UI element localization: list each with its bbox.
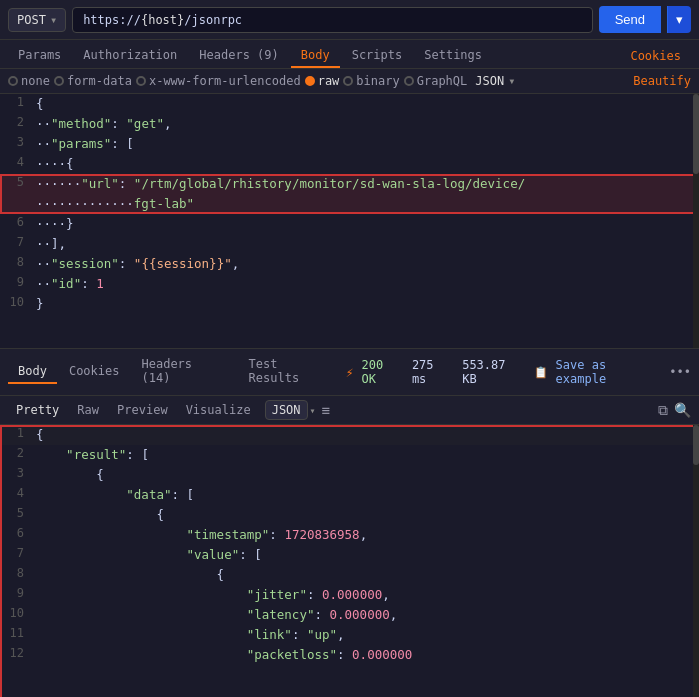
url-bar[interactable]: https://{host}/jsonrpc [72, 7, 592, 33]
resp-line-12: 12 "packetloss": 0.000000 [0, 645, 699, 665]
fmt-json-select[interactable]: JSON ▾ [265, 400, 316, 420]
url-suffix: /jsonrpc [184, 13, 242, 27]
resp-scrollbar[interactable] [693, 425, 699, 697]
fmt-tab-pretty[interactable]: Pretty [8, 400, 67, 420]
status-ok: 200 OK [362, 358, 404, 386]
fmt-tab-preview[interactable]: Preview [109, 400, 176, 420]
cookies-link[interactable]: Cookies [620, 45, 691, 67]
resp-linenum-10: 10 [0, 605, 32, 620]
beautify-button[interactable]: Beautify [633, 74, 691, 88]
filter-icon[interactable]: ≡ [322, 402, 330, 418]
resp-linecontent-1: { [32, 425, 699, 445]
copy-icon[interactable]: ⧉ [658, 402, 668, 419]
more-options-icon[interactable]: ••• [669, 365, 691, 379]
body-formdata-label: form-data [67, 74, 132, 88]
method-chevron-icon: ▾ [50, 13, 57, 27]
req-linenum-9: 9 [0, 274, 32, 289]
body-raw-label: raw [318, 74, 340, 88]
req-linecontent-9: ··"id": 1 [32, 274, 699, 294]
req-linecontent-8: ··"session": "{{session}}", [32, 254, 699, 274]
method-select[interactable]: POST ▾ [8, 8, 66, 32]
body-urlencoded-label: x-www-form-urlencoded [149, 74, 301, 88]
resp-linecontent-4: "data": [ [32, 485, 699, 505]
resp-line-5: 5 { [0, 505, 699, 525]
req-linenum-5: 5 [0, 174, 32, 194]
resp-scrollbar-thumb[interactable] [693, 425, 699, 465]
wifi-icon: ⚡ [346, 365, 354, 380]
save-icon: 📋 [534, 366, 548, 379]
resp-linenum-7: 7 [0, 545, 32, 560]
tab-params[interactable]: Params [8, 44, 71, 68]
send-button[interactable]: Send [599, 6, 661, 33]
req-linecontent-5a: ······"url": "/rtm/global/rhistory/monit… [32, 174, 699, 194]
format-tabs: Pretty Raw Preview Visualize JSON ▾ ≡ ⧉ … [0, 396, 699, 425]
resp-line-11: 11 "link": "up", [0, 625, 699, 645]
tab-headers[interactable]: Headers (9) [189, 44, 288, 68]
req-line-9: 9 ··"id": 1 [0, 274, 699, 294]
body-type-formdata[interactable]: form-data [54, 74, 132, 88]
fmt-tab-visualize[interactable]: Visualize [178, 400, 259, 420]
body-graphql-label: GraphQL [417, 74, 468, 88]
save-example-btn[interactable]: Save as example [556, 358, 662, 386]
req-linecontent-6: ····} [32, 214, 699, 234]
body-none-label: none [21, 74, 50, 88]
resp-line-7: 7 "value": [ [0, 545, 699, 565]
fmt-action-icons: ⧉ 🔍 [658, 402, 691, 419]
req-linecontent-1: { [32, 94, 699, 114]
req-line-4: 4 ····{ [0, 154, 699, 174]
resp-linecontent-5: { [32, 505, 699, 525]
req-linenum-4: 4 [0, 154, 32, 169]
body-type-none[interactable]: none [8, 74, 50, 88]
req-scrollbar-thumb[interactable] [693, 94, 699, 174]
resp-linecontent-2: "result": [ [32, 445, 699, 465]
resp-linecontent-7: "value": [ [32, 545, 699, 565]
req-scrollbar[interactable] [693, 94, 699, 348]
req-linenum-5b [0, 194, 32, 214]
format-json-label: JSON [475, 74, 504, 88]
body-type-urlencoded[interactable]: x-www-form-urlencoded [136, 74, 301, 88]
format-chevron-icon: ▾ [508, 74, 515, 88]
resp-linenum-12: 12 [0, 645, 32, 660]
req-linenum-1: 1 [0, 94, 32, 109]
format-select-container[interactable]: JSON ▾ [475, 74, 515, 88]
resp-line-6: 6 "timestamp": 1720836958, [0, 525, 699, 545]
resp-tab-body[interactable]: Body [8, 360, 57, 384]
req-linenum-6: 6 [0, 214, 32, 229]
nav-tabs: Params Authorization Headers (9) Body Sc… [0, 40, 699, 69]
req-line-5: 5 ······"url": "/rtm/global/rhistory/mon… [0, 174, 699, 214]
radio-formdata[interactable] [54, 76, 64, 86]
url-prefix: https:// [83, 13, 141, 27]
status-badge: ⚡ 200 OK 275 ms 553.87 KB 📋 Save as exam… [346, 358, 691, 386]
radio-urlencoded[interactable] [136, 76, 146, 86]
resp-line-10: 10 "latency": 0.000000, [0, 605, 699, 625]
fmt-tab-raw[interactable]: Raw [69, 400, 107, 420]
req-linecontent-5b: ·············fgt-lab" [32, 194, 699, 214]
req-line-6: 6 ····} [0, 214, 699, 234]
req-linecontent-10: } [32, 294, 699, 314]
radio-raw[interactable] [305, 76, 315, 86]
fmt-json-label[interactable]: JSON [265, 400, 308, 420]
resp-tab-cookies[interactable]: Cookies [59, 360, 130, 384]
radio-binary[interactable] [343, 76, 353, 86]
resp-tab-headers[interactable]: Headers (14) [131, 353, 236, 391]
method-label: POST [17, 13, 46, 27]
search-icon[interactable]: 🔍 [674, 402, 691, 419]
tab-scripts[interactable]: Scripts [342, 44, 413, 68]
tab-settings[interactable]: Settings [414, 44, 492, 68]
resp-linecontent-9: "jitter": 0.000000, [32, 585, 699, 605]
send-dropdown-button[interactable]: ▾ [667, 6, 691, 33]
body-type-graphql[interactable]: GraphQL [404, 74, 468, 88]
body-type-raw[interactable]: raw [305, 74, 340, 88]
response-editor[interactable]: 1 { 2 "result": [ 3 { 4 "data": [ 5 { 6 … [0, 425, 699, 697]
radio-graphql[interactable] [404, 76, 414, 86]
body-type-binary[interactable]: binary [343, 74, 399, 88]
req-line-3: 3 ··"params": [ [0, 134, 699, 154]
tab-body[interactable]: Body [291, 44, 340, 68]
req-linenum-10: 10 [0, 294, 32, 309]
radio-none[interactable] [8, 76, 18, 86]
tab-authorization[interactable]: Authorization [73, 44, 187, 68]
req-line-1: 1 { [0, 94, 699, 114]
resp-tab-test-results[interactable]: Test Results [239, 353, 344, 391]
request-editor[interactable]: 1 { 2 ··"method": "get", 3 ··"params": [… [0, 94, 699, 349]
req-line-8: 8 ··"session": "{{session}}", [0, 254, 699, 274]
